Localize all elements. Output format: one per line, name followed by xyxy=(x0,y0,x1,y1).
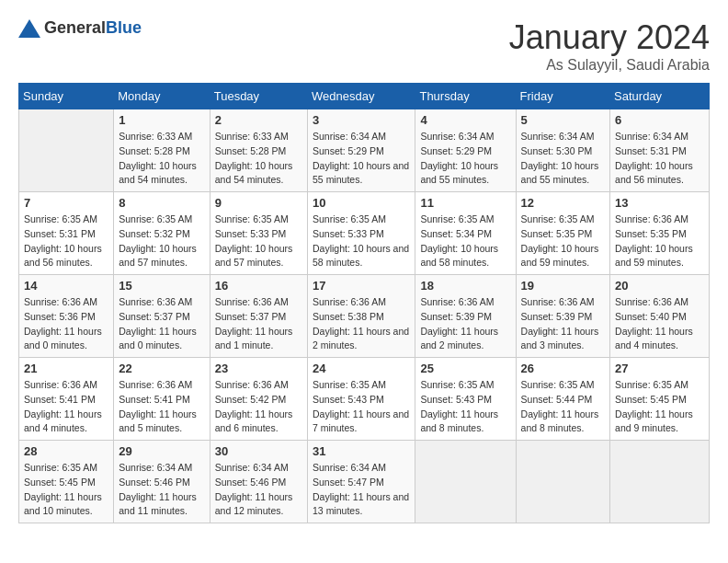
header: GeneralBlue January 2024 As Sulayyil, Sa… xyxy=(18,18,710,74)
calendar-cell: 19Sunrise: 6:36 AMSunset: 5:39 PMDayligh… xyxy=(516,275,610,358)
location-title: As Sulayyil, Saudi Arabia xyxy=(509,57,710,74)
day-number: 14 xyxy=(24,279,108,293)
day-number: 22 xyxy=(119,362,204,375)
day-info: Sunrise: 6:35 AMSunset: 5:33 PMDaylight:… xyxy=(313,213,410,270)
calendar-cell: 11Sunrise: 6:35 AMSunset: 5:34 PMDayligh… xyxy=(415,192,516,275)
calendar-week-row: 14Sunrise: 6:36 AMSunset: 5:36 PMDayligh… xyxy=(19,275,710,358)
day-info: Sunrise: 6:35 AMSunset: 5:44 PMDaylight:… xyxy=(521,378,606,436)
day-number: 2 xyxy=(215,113,302,127)
weekday-header: Friday xyxy=(516,84,610,109)
day-info: Sunrise: 6:36 AMSunset: 5:40 PMDaylight:… xyxy=(615,295,704,353)
day-number: 27 xyxy=(615,362,704,375)
day-number: 4 xyxy=(420,113,510,127)
calendar-cell: 22Sunrise: 6:36 AMSunset: 5:41 PMDayligh… xyxy=(114,358,210,441)
day-number: 11 xyxy=(420,196,510,210)
day-number: 5 xyxy=(521,113,606,127)
day-number: 15 xyxy=(119,279,204,293)
calendar-cell: 2Sunrise: 6:33 AMSunset: 5:28 PMDaylight… xyxy=(210,109,307,192)
logo: GeneralBlue xyxy=(18,18,142,38)
calendar-cell: 3Sunrise: 6:34 AMSunset: 5:29 PMDaylight… xyxy=(308,109,415,192)
calendar-cell: 6Sunrise: 6:34 AMSunset: 5:31 PMDaylight… xyxy=(610,109,710,192)
day-number: 18 xyxy=(420,279,510,293)
day-info: Sunrise: 6:35 AMSunset: 5:35 PMDaylight:… xyxy=(521,213,606,270)
logo-icon xyxy=(18,19,40,38)
day-info: Sunrise: 6:36 AMSunset: 5:37 PMDaylight:… xyxy=(119,295,204,353)
day-info: Sunrise: 6:34 AMSunset: 5:47 PMDaylight:… xyxy=(313,461,410,519)
day-number: 26 xyxy=(521,362,606,375)
day-number: 3 xyxy=(313,113,410,127)
day-number: 9 xyxy=(215,196,302,210)
day-info: Sunrise: 6:35 AMSunset: 5:45 PMDaylight:… xyxy=(24,461,108,519)
logo-text: GeneralBlue xyxy=(44,18,142,38)
calendar-cell: 5Sunrise: 6:34 AMSunset: 5:30 PMDaylight… xyxy=(516,109,610,192)
day-info: Sunrise: 6:33 AMSunset: 5:28 PMDaylight:… xyxy=(119,130,204,188)
day-number: 28 xyxy=(24,444,108,458)
day-info: Sunrise: 6:36 AMSunset: 5:41 PMDaylight:… xyxy=(24,378,108,436)
day-info: Sunrise: 6:35 AMSunset: 5:34 PMDaylight:… xyxy=(420,213,510,270)
day-info: Sunrise: 6:34 AMSunset: 5:30 PMDaylight:… xyxy=(521,130,606,188)
calendar-cell: 12Sunrise: 6:35 AMSunset: 5:35 PMDayligh… xyxy=(516,192,610,275)
calendar-cell: 23Sunrise: 6:36 AMSunset: 5:42 PMDayligh… xyxy=(210,358,307,441)
day-number: 25 xyxy=(420,362,510,375)
day-number: 19 xyxy=(521,279,606,293)
day-info: Sunrise: 6:35 AMSunset: 5:33 PMDaylight:… xyxy=(215,213,302,270)
svg-marker-0 xyxy=(18,19,40,38)
day-number: 7 xyxy=(24,196,108,210)
calendar-cell: 1Sunrise: 6:33 AMSunset: 5:28 PMDaylight… xyxy=(114,109,210,192)
day-number: 29 xyxy=(119,444,204,458)
calendar-week-row: 21Sunrise: 6:36 AMSunset: 5:41 PMDayligh… xyxy=(19,358,710,441)
logo-blue: Blue xyxy=(106,18,142,37)
calendar-cell: 29Sunrise: 6:34 AMSunset: 5:46 PMDayligh… xyxy=(114,441,210,523)
day-info: Sunrise: 6:34 AMSunset: 5:46 PMDaylight:… xyxy=(119,461,204,519)
calendar-cell: 24Sunrise: 6:35 AMSunset: 5:43 PMDayligh… xyxy=(308,358,415,441)
calendar-cell xyxy=(516,441,610,523)
day-number: 8 xyxy=(119,196,204,210)
weekday-header: Saturday xyxy=(610,84,710,109)
day-info: Sunrise: 6:34 AMSunset: 5:46 PMDaylight:… xyxy=(215,461,302,519)
day-info: Sunrise: 6:35 AMSunset: 5:43 PMDaylight:… xyxy=(420,378,510,436)
calendar-header-row: SundayMondayTuesdayWednesdayThursdayFrid… xyxy=(19,84,710,109)
day-number: 6 xyxy=(615,113,704,127)
calendar-cell: 21Sunrise: 6:36 AMSunset: 5:41 PMDayligh… xyxy=(19,358,114,441)
day-info: Sunrise: 6:36 AMSunset: 5:42 PMDaylight:… xyxy=(215,378,302,436)
calendar-cell xyxy=(415,441,516,523)
day-number: 16 xyxy=(215,279,302,293)
calendar-cell: 27Sunrise: 6:35 AMSunset: 5:45 PMDayligh… xyxy=(610,358,710,441)
calendar-cell: 10Sunrise: 6:35 AMSunset: 5:33 PMDayligh… xyxy=(308,192,415,275)
day-info: Sunrise: 6:34 AMSunset: 5:29 PMDaylight:… xyxy=(420,130,510,188)
calendar-cell: 30Sunrise: 6:34 AMSunset: 5:46 PMDayligh… xyxy=(210,441,307,523)
calendar-week-row: 1Sunrise: 6:33 AMSunset: 5:28 PMDaylight… xyxy=(19,109,710,192)
weekday-header: Tuesday xyxy=(210,84,307,109)
calendar-week-row: 7Sunrise: 6:35 AMSunset: 5:31 PMDaylight… xyxy=(19,192,710,275)
calendar-cell: 25Sunrise: 6:35 AMSunset: 5:43 PMDayligh… xyxy=(415,358,516,441)
calendar-cell xyxy=(19,109,114,192)
calendar-cell: 26Sunrise: 6:35 AMSunset: 5:44 PMDayligh… xyxy=(516,358,610,441)
calendar-week-row: 28Sunrise: 6:35 AMSunset: 5:45 PMDayligh… xyxy=(19,441,710,523)
day-number: 31 xyxy=(313,444,410,458)
weekday-header: Wednesday xyxy=(308,84,415,109)
day-number: 23 xyxy=(215,362,302,375)
day-number: 21 xyxy=(24,362,108,375)
day-info: Sunrise: 6:36 AMSunset: 5:37 PMDaylight:… xyxy=(215,295,302,353)
title-area: January 2024 As Sulayyil, Saudi Arabia xyxy=(509,18,710,74)
calendar-body: 1Sunrise: 6:33 AMSunset: 5:28 PMDaylight… xyxy=(19,109,710,523)
day-info: Sunrise: 6:36 AMSunset: 5:39 PMDaylight:… xyxy=(420,295,510,353)
month-title: January 2024 xyxy=(509,18,710,57)
calendar-cell: 9Sunrise: 6:35 AMSunset: 5:33 PMDaylight… xyxy=(210,192,307,275)
day-info: Sunrise: 6:35 AMSunset: 5:45 PMDaylight:… xyxy=(615,378,704,436)
day-info: Sunrise: 6:36 AMSunset: 5:39 PMDaylight:… xyxy=(521,295,606,353)
calendar-cell: 14Sunrise: 6:36 AMSunset: 5:36 PMDayligh… xyxy=(19,275,114,358)
calendar-table: SundayMondayTuesdayWednesdayThursdayFrid… xyxy=(18,83,710,523)
day-info: Sunrise: 6:36 AMSunset: 5:35 PMDaylight:… xyxy=(615,213,704,270)
logo-general: General xyxy=(44,18,106,37)
weekday-header: Sunday xyxy=(19,84,114,109)
day-number: 13 xyxy=(615,196,704,210)
day-number: 12 xyxy=(521,196,606,210)
calendar-cell: 4Sunrise: 6:34 AMSunset: 5:29 PMDaylight… xyxy=(415,109,516,192)
day-number: 30 xyxy=(215,444,302,458)
calendar-cell: 15Sunrise: 6:36 AMSunset: 5:37 PMDayligh… xyxy=(114,275,210,358)
day-info: Sunrise: 6:36 AMSunset: 5:36 PMDaylight:… xyxy=(24,295,108,353)
day-number: 17 xyxy=(313,279,410,293)
calendar-cell: 7Sunrise: 6:35 AMSunset: 5:31 PMDaylight… xyxy=(19,192,114,275)
day-info: Sunrise: 6:36 AMSunset: 5:41 PMDaylight:… xyxy=(119,378,204,436)
